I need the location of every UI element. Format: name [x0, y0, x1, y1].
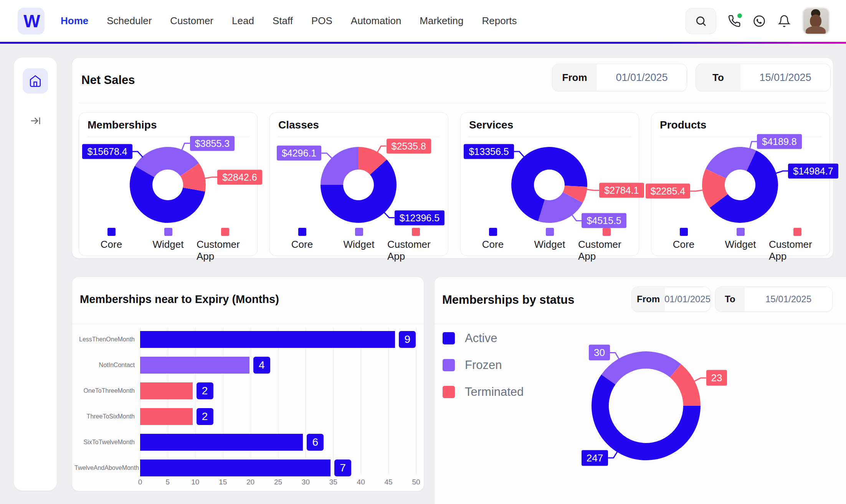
legend-item-widget[interactable]: Widget [330, 228, 387, 262]
nav-item-customer[interactable]: Customer [170, 15, 213, 27]
home-icon [29, 74, 42, 87]
status-legend-item-terminated[interactable]: Terminated [443, 385, 524, 399]
legend-item-core[interactable]: Core [464, 228, 521, 262]
status-divider [435, 324, 846, 324]
sidebar-item-home[interactable] [23, 68, 48, 94]
phone-button[interactable] [728, 15, 741, 28]
collapse-icon [30, 115, 41, 127]
legend-item-widget[interactable]: Widget [712, 228, 769, 262]
date-from-input[interactable]: 01/01/2025 [665, 287, 710, 311]
nav-item-automation[interactable]: Automation [351, 15, 402, 27]
search-button[interactable] [686, 8, 716, 34]
donut-card-classes: Classes$12396.5$4296.1$2535.8CoreWidgetC… [269, 112, 448, 256]
bar-ThreeToSixMonth [140, 408, 193, 425]
status-date-from: From 01/01/2025 [631, 287, 711, 312]
bar-NotInContact [140, 357, 250, 374]
donut-card-divider [278, 137, 440, 137]
date-to-label: To [696, 64, 740, 91]
net-sales-date-from: From 01/01/2025 [552, 64, 687, 91]
legend-swatch [107, 228, 116, 236]
notifications-button[interactable] [778, 15, 791, 28]
legend-swatch [680, 228, 688, 236]
category-label: OneToThreeMonth [74, 387, 135, 394]
net-sales-title: Net Sales [81, 73, 135, 87]
legend-label: Widget [344, 239, 375, 250]
gridline [278, 328, 279, 475]
x-axis-tick: 50 [412, 478, 420, 486]
donut-chart-memberships: $15678.4$3855.3$2842.6 [79, 140, 256, 230]
legend-item-customer-app[interactable]: Customer App [769, 228, 826, 262]
donut-legend: CoreWidgetCustomer App [83, 228, 253, 262]
legend-item-widget[interactable]: Widget [521, 228, 578, 262]
bar-OneToThreeMonth [140, 382, 193, 399]
bar-value-badge: 2 [197, 408, 213, 425]
search-icon [695, 15, 707, 27]
nav-item-home[interactable]: Home [61, 15, 88, 27]
gridline [306, 328, 306, 475]
label-connector [182, 143, 190, 151]
legend-item-widget[interactable]: Widget [140, 228, 197, 262]
status-date-to: To 15/01/2025 [715, 287, 833, 312]
slice-value-label: $15678.4 [82, 144, 132, 159]
avatar-face [810, 15, 821, 28]
expiry-bar-chart: 05101520253035404550942267 [140, 328, 416, 478]
legend-label: Customer App [769, 239, 826, 262]
sidebar-expand-button[interactable] [30, 115, 41, 127]
category-label: TwelveAndAboveMonth [74, 464, 135, 471]
bar-TwelveAndAboveMonth [140, 460, 330, 476]
slice-value-label: $12396.5 [395, 210, 444, 225]
nav-item-staff[interactable]: Staff [273, 15, 293, 27]
legend-swatch [298, 228, 306, 236]
slice-value-label: 23 [706, 370, 727, 386]
bar-value-badge: 6 [307, 434, 324, 451]
x-axis-tick: 10 [191, 478, 199, 486]
avatar-shoulders [806, 26, 826, 35]
date-to-input[interactable]: 15/01/2025 [740, 64, 830, 91]
legend-swatch [737, 228, 745, 236]
gridline [416, 328, 416, 475]
nav-item-marketing[interactable]: Marketing [420, 15, 463, 27]
whatsapp-button[interactable] [752, 14, 766, 28]
donut-card-title: Services [469, 119, 513, 131]
nav-item-reports[interactable]: Reports [482, 15, 517, 27]
legend-item-customer-app[interactable]: Customer App [197, 228, 253, 262]
date-from-input[interactable]: 01/01/2025 [597, 64, 687, 91]
legend-label: Customer App [578, 239, 635, 262]
legend-item-core[interactable]: Core [655, 228, 712, 262]
legend-item-core[interactable]: Core [274, 228, 330, 262]
date-to-input[interactable]: 15/01/2025 [745, 287, 832, 311]
slice-value-label: $3855.3 [190, 136, 235, 151]
legend-item-customer-app[interactable]: Customer App [387, 228, 444, 262]
nav-actions [686, 7, 830, 35]
app-logo[interactable]: W [18, 8, 45, 35]
status-legend-item-frozen[interactable]: Frozen [443, 358, 524, 372]
nav-item-lead[interactable]: Lead [232, 15, 254, 27]
user-avatar[interactable] [802, 7, 830, 35]
legend-item-customer-app[interactable]: Customer App [578, 228, 635, 262]
donut-card-products: Products$14984.7$4189.8$2285.4CoreWidget… [651, 112, 830, 256]
x-axis-tick: 35 [329, 478, 337, 486]
legend-swatch [443, 386, 455, 398]
status-legend-item-active[interactable]: Active [443, 331, 524, 345]
legend-swatch [546, 228, 554, 236]
nav-item-scheduler[interactable]: Scheduler [107, 15, 152, 27]
slice-value-label: $4296.1 [277, 146, 321, 161]
label-connector [384, 212, 395, 218]
legend-item-core[interactable]: Core [83, 228, 140, 262]
category-label: LessThenOneMonth [74, 336, 135, 343]
slice-value-label: 30 [589, 345, 610, 361]
donut-card-title: Memberships [88, 119, 157, 131]
category-label: SixToTwelveMonth [74, 439, 135, 446]
bar-value-badge: 9 [399, 331, 416, 348]
gridline [333, 328, 334, 475]
slice-value-label: 247 [582, 450, 608, 466]
nav-item-pos[interactable]: POS [311, 15, 332, 27]
x-axis-tick: 30 [302, 478, 310, 486]
donut-slice-frozen[interactable] [601, 351, 681, 384]
label-connector [775, 171, 788, 173]
label-connector [694, 378, 706, 381]
label-connector [572, 214, 582, 221]
legend-label: Widget [534, 239, 565, 250]
expiry-divider [72, 324, 424, 324]
slice-value-label: $2784.1 [599, 183, 644, 198]
